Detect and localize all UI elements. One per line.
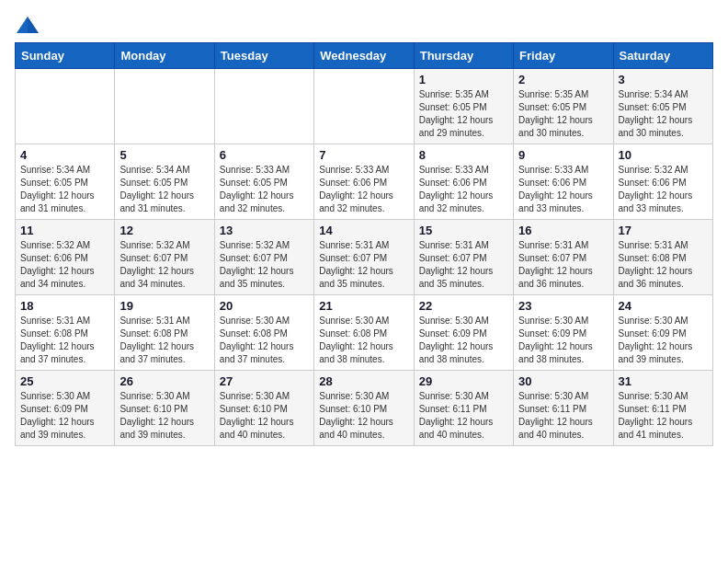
calendar-cell: 17Sunrise: 5:31 AM Sunset: 6:08 PM Dayli… bbox=[613, 220, 712, 295]
day-number: 14 bbox=[319, 224, 408, 237]
calendar-cell: 30Sunrise: 5:30 AM Sunset: 6:11 PM Dayli… bbox=[514, 371, 613, 446]
cell-content: Sunrise: 5:34 AM Sunset: 6:05 PM Dayligh… bbox=[619, 88, 708, 140]
calendar-cell: 20Sunrise: 5:30 AM Sunset: 6:08 PM Dayli… bbox=[214, 295, 313, 371]
cell-content: Sunrise: 5:33 AM Sunset: 6:05 PM Dayligh… bbox=[220, 164, 309, 215]
calendar-cell: 5Sunrise: 5:34 AM Sunset: 6:05 PM Daylig… bbox=[115, 144, 214, 220]
cell-content: Sunrise: 5:33 AM Sunset: 6:06 PM Dayligh… bbox=[419, 164, 508, 215]
cell-content: Sunrise: 5:31 AM Sunset: 6:08 PM Dayligh… bbox=[119, 315, 209, 366]
cell-content: Sunrise: 5:30 AM Sunset: 6:08 PM Dayligh… bbox=[220, 315, 309, 366]
day-number: 11 bbox=[20, 224, 109, 237]
cell-content: Sunrise: 5:31 AM Sunset: 6:08 PM Dayligh… bbox=[619, 239, 708, 291]
cell-content: Sunrise: 5:31 AM Sunset: 6:07 PM Dayligh… bbox=[419, 239, 508, 291]
day-number: 7 bbox=[319, 148, 408, 162]
weekday-row: SundayMondayTuesdayWednesdayThursdayFrid… bbox=[16, 43, 713, 69]
cell-content: Sunrise: 5:30 AM Sunset: 6:10 PM Dayligh… bbox=[220, 390, 309, 442]
day-number: 16 bbox=[518, 224, 608, 237]
calendar-cell: 2Sunrise: 5:35 AM Sunset: 6:05 PM Daylig… bbox=[514, 69, 613, 144]
cell-content: Sunrise: 5:32 AM Sunset: 6:06 PM Dayligh… bbox=[619, 164, 708, 215]
calendar-cell: 9Sunrise: 5:33 AM Sunset: 6:06 PM Daylig… bbox=[514, 144, 613, 220]
cell-content: Sunrise: 5:34 AM Sunset: 6:05 PM Dayligh… bbox=[119, 164, 209, 215]
day-number: 3 bbox=[619, 73, 708, 86]
cell-content: Sunrise: 5:30 AM Sunset: 6:11 PM Dayligh… bbox=[518, 390, 608, 442]
calendar-week-2: 4Sunrise: 5:34 AM Sunset: 6:05 PM Daylig… bbox=[16, 144, 713, 220]
calendar-cell: 1Sunrise: 5:35 AM Sunset: 6:05 PM Daylig… bbox=[414, 69, 513, 144]
day-number: 22 bbox=[419, 299, 508, 313]
calendar-cell: 23Sunrise: 5:30 AM Sunset: 6:09 PM Dayli… bbox=[514, 295, 613, 371]
weekday-header-sunday: Sunday bbox=[16, 43, 115, 69]
day-number: 1 bbox=[419, 73, 508, 86]
cell-content: Sunrise: 5:33 AM Sunset: 6:06 PM Dayligh… bbox=[319, 164, 408, 215]
calendar-cell: 31Sunrise: 5:30 AM Sunset: 6:11 PM Dayli… bbox=[613, 371, 712, 446]
day-number: 2 bbox=[518, 73, 608, 86]
calendar-cell: 21Sunrise: 5:30 AM Sunset: 6:08 PM Dayli… bbox=[314, 295, 414, 371]
day-number: 5 bbox=[119, 148, 209, 162]
day-number: 27 bbox=[220, 374, 309, 388]
cell-content: Sunrise: 5:30 AM Sunset: 6:11 PM Dayligh… bbox=[419, 390, 508, 442]
day-number: 21 bbox=[319, 299, 408, 313]
calendar-cell: 14Sunrise: 5:31 AM Sunset: 6:07 PM Dayli… bbox=[314, 220, 414, 295]
cell-content: Sunrise: 5:30 AM Sunset: 6:08 PM Dayligh… bbox=[319, 315, 408, 366]
calendar-cell: 29Sunrise: 5:30 AM Sunset: 6:11 PM Dayli… bbox=[414, 371, 513, 446]
calendar-cell: 24Sunrise: 5:30 AM Sunset: 6:09 PM Dayli… bbox=[613, 295, 712, 371]
weekday-header-monday: Monday bbox=[115, 43, 214, 69]
cell-content: Sunrise: 5:32 AM Sunset: 6:07 PM Dayligh… bbox=[220, 239, 309, 291]
calendar-cell bbox=[115, 69, 214, 144]
calendar-cell: 6Sunrise: 5:33 AM Sunset: 6:05 PM Daylig… bbox=[214, 144, 313, 220]
cell-content: Sunrise: 5:30 AM Sunset: 6:11 PM Dayligh… bbox=[619, 390, 708, 442]
day-number: 8 bbox=[419, 148, 508, 162]
cell-content: Sunrise: 5:30 AM Sunset: 6:09 PM Dayligh… bbox=[619, 315, 708, 366]
calendar-cell: 13Sunrise: 5:32 AM Sunset: 6:07 PM Dayli… bbox=[214, 220, 313, 295]
weekday-header-tuesday: Tuesday bbox=[214, 43, 313, 69]
cell-content: Sunrise: 5:30 AM Sunset: 6:09 PM Dayligh… bbox=[419, 315, 508, 366]
page-header bbox=[15, 15, 713, 35]
day-number: 28 bbox=[319, 374, 408, 388]
cell-content: Sunrise: 5:32 AM Sunset: 6:07 PM Dayligh… bbox=[119, 239, 209, 291]
day-number: 19 bbox=[119, 299, 209, 313]
day-number: 24 bbox=[619, 299, 708, 313]
weekday-header-wednesday: Wednesday bbox=[314, 43, 414, 69]
calendar-cell: 15Sunrise: 5:31 AM Sunset: 6:07 PM Dayli… bbox=[414, 220, 513, 295]
calendar-cell: 27Sunrise: 5:30 AM Sunset: 6:10 PM Dayli… bbox=[214, 371, 313, 446]
calendar-cell: 12Sunrise: 5:32 AM Sunset: 6:07 PM Dayli… bbox=[115, 220, 214, 295]
day-number: 13 bbox=[220, 224, 309, 237]
day-number: 26 bbox=[119, 374, 209, 388]
calendar-cell bbox=[314, 69, 414, 144]
calendar-cell: 10Sunrise: 5:32 AM Sunset: 6:06 PM Dayli… bbox=[613, 144, 712, 220]
weekday-header-saturday: Saturday bbox=[613, 43, 712, 69]
day-number: 15 bbox=[419, 224, 508, 237]
calendar-cell: 25Sunrise: 5:30 AM Sunset: 6:09 PM Dayli… bbox=[16, 371, 115, 446]
calendar-cell: 11Sunrise: 5:32 AM Sunset: 6:06 PM Dayli… bbox=[16, 220, 115, 295]
cell-content: Sunrise: 5:35 AM Sunset: 6:05 PM Dayligh… bbox=[518, 88, 608, 140]
generalblue-logo-icon bbox=[15, 15, 40, 35]
calendar-header: SundayMondayTuesdayWednesdayThursdayFrid… bbox=[16, 43, 713, 69]
cell-content: Sunrise: 5:31 AM Sunset: 6:08 PM Dayligh… bbox=[20, 315, 109, 366]
calendar-week-3: 11Sunrise: 5:32 AM Sunset: 6:06 PM Dayli… bbox=[16, 220, 713, 295]
svg-marker-1 bbox=[28, 17, 39, 33]
day-number: 31 bbox=[619, 374, 708, 388]
day-number: 17 bbox=[619, 224, 708, 237]
calendar-cell bbox=[16, 69, 115, 144]
cell-content: Sunrise: 5:30 AM Sunset: 6:09 PM Dayligh… bbox=[518, 315, 608, 366]
calendar-week-4: 18Sunrise: 5:31 AM Sunset: 6:08 PM Dayli… bbox=[16, 295, 713, 371]
logo bbox=[15, 15, 44, 35]
day-number: 30 bbox=[518, 374, 608, 388]
calendar-week-5: 25Sunrise: 5:30 AM Sunset: 6:09 PM Dayli… bbox=[16, 371, 713, 446]
calendar-cell: 19Sunrise: 5:31 AM Sunset: 6:08 PM Dayli… bbox=[115, 295, 214, 371]
calendar-cell: 26Sunrise: 5:30 AM Sunset: 6:10 PM Dayli… bbox=[115, 371, 214, 446]
calendar-cell: 7Sunrise: 5:33 AM Sunset: 6:06 PM Daylig… bbox=[314, 144, 414, 220]
day-number: 9 bbox=[518, 148, 608, 162]
day-number: 25 bbox=[20, 374, 109, 388]
cell-content: Sunrise: 5:30 AM Sunset: 6:10 PM Dayligh… bbox=[319, 390, 408, 442]
calendar-table: SundayMondayTuesdayWednesdayThursdayFrid… bbox=[15, 42, 713, 446]
calendar-cell: 16Sunrise: 5:31 AM Sunset: 6:07 PM Dayli… bbox=[514, 220, 613, 295]
cell-content: Sunrise: 5:33 AM Sunset: 6:06 PM Dayligh… bbox=[518, 164, 608, 215]
calendar-cell: 3Sunrise: 5:34 AM Sunset: 6:05 PM Daylig… bbox=[613, 69, 712, 144]
cell-content: Sunrise: 5:30 AM Sunset: 6:10 PM Dayligh… bbox=[119, 390, 209, 442]
calendar-cell: 8Sunrise: 5:33 AM Sunset: 6:06 PM Daylig… bbox=[414, 144, 513, 220]
calendar-body: 1Sunrise: 5:35 AM Sunset: 6:05 PM Daylig… bbox=[16, 69, 713, 446]
weekday-header-thursday: Thursday bbox=[414, 43, 513, 69]
cell-content: Sunrise: 5:30 AM Sunset: 6:09 PM Dayligh… bbox=[20, 390, 109, 442]
day-number: 6 bbox=[220, 148, 309, 162]
day-number: 18 bbox=[20, 299, 109, 313]
day-number: 29 bbox=[419, 374, 508, 388]
